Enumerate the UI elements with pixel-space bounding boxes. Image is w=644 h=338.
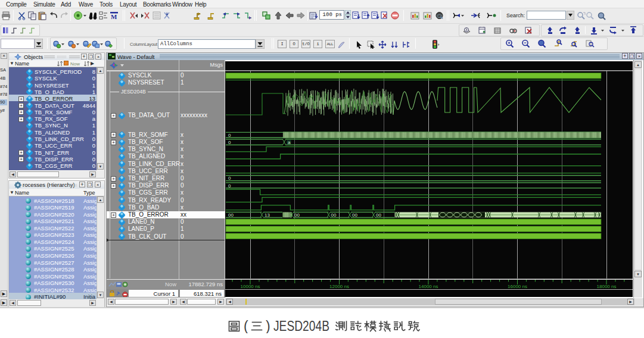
svg-text:0: 0	[228, 183, 231, 189]
svg-text:0: 0	[228, 140, 231, 145]
svg-text:16000 ns: 16000 ns	[508, 284, 527, 289]
svg-text:00: 00	[294, 212, 300, 218]
svg-text:10000 ns: 10000 ns	[241, 284, 260, 289]
svg-text:13: 13	[265, 212, 270, 218]
svg-text:00: 00	[376, 212, 381, 218]
svg-text:0: 0	[228, 133, 231, 138]
svg-text:00: 00	[331, 212, 337, 218]
svg-text:0: 0	[228, 176, 231, 181]
svg-text:12000 ns: 12000 ns	[329, 284, 349, 289]
svg-text:(: (	[244, 320, 248, 333]
svg-text:18000 ns: 18000 ns	[597, 284, 617, 289]
svg-text:a: a	[288, 140, 291, 145]
svg-text:M: M	[111, 13, 117, 20]
svg-text:00: 00	[352, 212, 357, 218]
svg-text:JESD204B: JESD204B	[273, 320, 329, 333]
svg-text:14000 ns: 14000 ns	[419, 284, 438, 289]
svg-text:00: 00	[228, 212, 234, 218]
svg-text:): )	[266, 320, 270, 333]
